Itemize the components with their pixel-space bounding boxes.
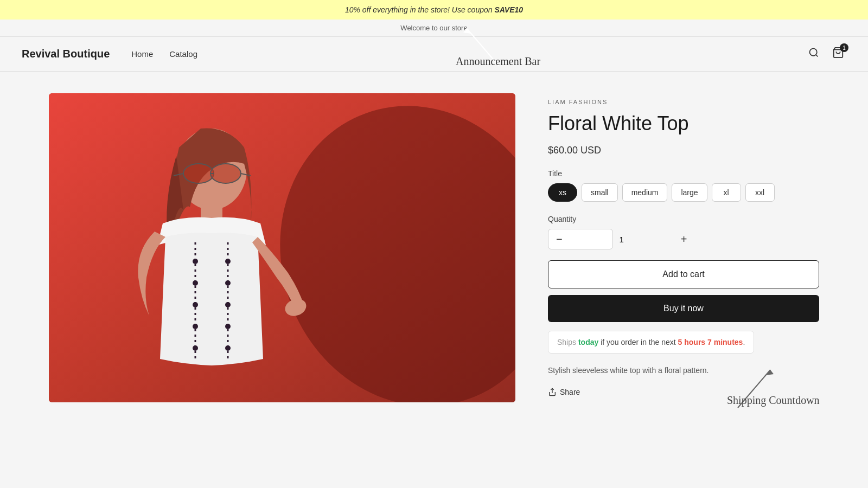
ships-period: .: [743, 338, 745, 346]
header-icons: 1: [806, 44, 846, 63]
product-brand: LIAM FASHIONS: [548, 99, 819, 105]
ships-countdown: 5 hours 7 minutes: [678, 338, 743, 346]
svg-point-20: [225, 345, 231, 351]
share-icon: [548, 388, 557, 396]
ships-if: if you order in the next: [598, 338, 678, 346]
add-to-cart-button[interactable]: Add to cart: [548, 260, 819, 288]
svg-point-21: [183, 164, 214, 183]
svg-point-18: [225, 302, 231, 307]
cart-button[interactable]: 1: [830, 44, 846, 63]
size-xxl[interactable]: xxl: [745, 183, 775, 202]
product-image: [49, 93, 515, 402]
quantity-controls: − +: [548, 229, 613, 249]
announcement-text: everything in the store! Use coupon: [373, 5, 494, 14]
quantity-increase[interactable]: +: [673, 229, 695, 249]
cart-badge: 1: [840, 43, 848, 52]
site-logo: Revival Boutique: [22, 48, 110, 60]
announcement-bar: 10% off everything in the store! Use cou…: [0, 0, 868, 20]
product-description: Stylish sleeveless white top with a flor…: [548, 364, 819, 376]
svg-point-13: [193, 302, 198, 307]
svg-point-11: [193, 259, 198, 264]
quantity-decrease[interactable]: −: [548, 229, 570, 249]
main-nav: Home Catalog: [131, 49, 806, 59]
product-image-wrapper: [49, 93, 515, 402]
size-xl[interactable]: xl: [712, 183, 741, 202]
search-button[interactable]: [806, 45, 821, 63]
nav-catalog[interactable]: Catalog: [169, 49, 197, 59]
svg-point-14: [193, 324, 198, 329]
welcome-text: Welcome to our store: [400, 24, 467, 32]
svg-point-17: [225, 280, 231, 286]
shipping-annotation-label: Shipping Countdown: [727, 394, 820, 407]
announcement-coupon: SAVE10: [494, 5, 523, 14]
product-title: Floral White Top: [548, 112, 819, 135]
size-medium[interactable]: medium: [622, 183, 668, 202]
product-details: LIAM FASHIONS Floral White Top $60.00 US…: [548, 93, 819, 402]
svg-point-22: [210, 164, 241, 183]
svg-point-15: [193, 345, 198, 351]
size-options: xs small medium large xl xxl: [548, 183, 819, 202]
svg-point-0: [810, 49, 817, 56]
svg-line-1: [816, 55, 818, 57]
svg-point-12: [193, 280, 198, 286]
site-header: Revival Boutique Home Catalog 1: [0, 37, 868, 72]
ships-today: today: [578, 338, 598, 346]
product-image-section: [49, 93, 515, 402]
size-label: Title: [548, 169, 819, 178]
product-price: $60.00 USD: [548, 145, 819, 156]
search-icon: [808, 47, 819, 58]
svg-point-19: [225, 324, 231, 329]
share-label: Share: [560, 388, 580, 396]
ships-label: Ships: [557, 338, 578, 346]
main-content: LIAM FASHIONS Floral White Top $60.00 US…: [27, 72, 841, 424]
quantity-input[interactable]: [570, 235, 673, 244]
size-xs[interactable]: xs: [548, 183, 577, 202]
announcement-discount: 10% off: [345, 5, 371, 14]
share-button[interactable]: Share: [548, 388, 580, 396]
store-welcome: Welcome to our store: [0, 20, 868, 37]
size-small[interactable]: small: [582, 183, 618, 202]
svg-point-16: [225, 259, 231, 264]
quantity-label: Quantity: [548, 215, 819, 223]
buy-now-button[interactable]: Buy it now: [548, 295, 819, 322]
size-large[interactable]: large: [672, 183, 707, 202]
shipping-countdown: Ships today if you order in the next 5 h…: [548, 331, 754, 354]
nav-home[interactable]: Home: [131, 49, 153, 59]
